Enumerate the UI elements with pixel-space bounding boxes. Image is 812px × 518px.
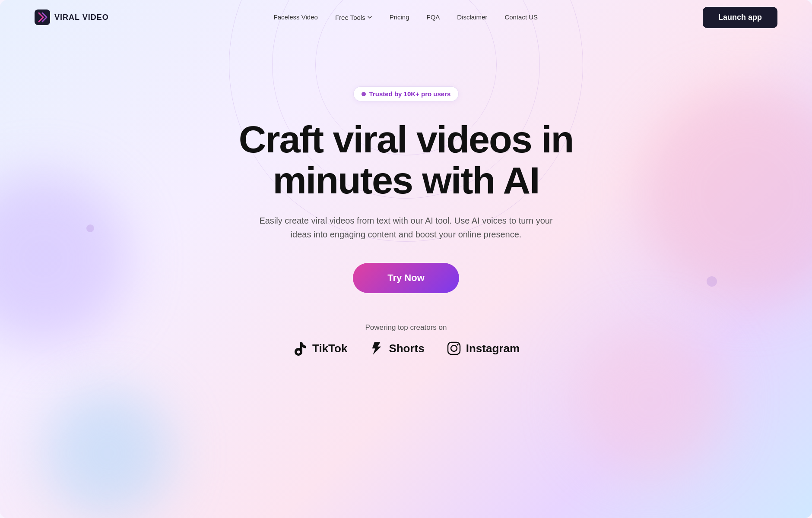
platform-icons: TikTok Shorts Instagram <box>292 341 520 356</box>
nav-item-contact-us[interactable]: Contact US <box>504 13 538 21</box>
trust-badge: Trusted by 10K+ pro users <box>353 86 459 101</box>
hero-title: Craft viral videos in minutes with AI <box>239 119 574 201</box>
trust-text: Trusted by 10K+ pro users <box>369 90 451 98</box>
nav-item-fqa[interactable]: FQA <box>427 13 440 21</box>
platforms-section: Powering top creators on TikTok Shorts <box>292 323 520 356</box>
platform-instagram: Instagram <box>446 341 520 356</box>
hero-subtitle: Easily create viral videos from text wit… <box>255 214 557 241</box>
nav-label-free-tools: Free Tools <box>335 14 365 21</box>
nav-link-faceless-video[interactable]: Faceless Video <box>274 13 318 21</box>
nav-dropdown-free-tools[interactable]: Free Tools <box>335 14 372 21</box>
nav-item-pricing[interactable]: Pricing <box>390 13 409 21</box>
instagram-icon <box>446 341 462 356</box>
try-now-button[interactable]: Try Now <box>353 263 459 293</box>
bg-blob-3 <box>43 388 173 518</box>
platform-tiktok: TikTok <box>292 341 347 356</box>
instagram-label: Instagram <box>466 342 520 355</box>
page-wrapper: VIRAL VIDEO Faceless Video Free Tools Pr… <box>0 0 812 518</box>
logo-text: VIRAL VIDEO <box>54 13 109 22</box>
svg-point-2 <box>451 345 457 351</box>
nav-link-disclaimer[interactable]: Disclaimer <box>457 13 487 21</box>
shorts-icon <box>369 341 384 356</box>
nav-link-pricing[interactable]: Pricing <box>390 13 409 21</box>
chevron-down-icon <box>367 15 372 20</box>
launch-app-button[interactable]: Launch app <box>703 7 777 28</box>
logo-icon <box>35 9 50 25</box>
hero-title-line1: Craft viral videos in <box>239 118 574 161</box>
platforms-label: Powering top creators on <box>365 323 447 332</box>
tiktok-icon <box>292 341 308 356</box>
hero-title-line2: minutes with AI <box>273 159 539 202</box>
nav-links: Faceless Video Free Tools Pricing FQA Di… <box>274 13 538 21</box>
platform-shorts: Shorts <box>369 341 424 356</box>
tiktok-label: TikTok <box>312 342 347 355</box>
nav-link-contact-us[interactable]: Contact US <box>504 13 538 21</box>
hero-section: Trusted by 10K+ pro users Craft viral vi… <box>0 35 812 356</box>
svg-point-3 <box>457 344 458 346</box>
shorts-label: Shorts <box>389 342 424 355</box>
logo[interactable]: VIRAL VIDEO <box>35 9 109 25</box>
navbar: VIRAL VIDEO Faceless Video Free Tools Pr… <box>0 0 812 35</box>
nav-item-free-tools[interactable]: Free Tools <box>335 14 372 21</box>
nav-link-fqa[interactable]: FQA <box>427 13 440 21</box>
nav-item-disclaimer[interactable]: Disclaimer <box>457 13 487 21</box>
trust-dot <box>362 92 366 96</box>
nav-item-faceless-video[interactable]: Faceless Video <box>274 13 318 21</box>
